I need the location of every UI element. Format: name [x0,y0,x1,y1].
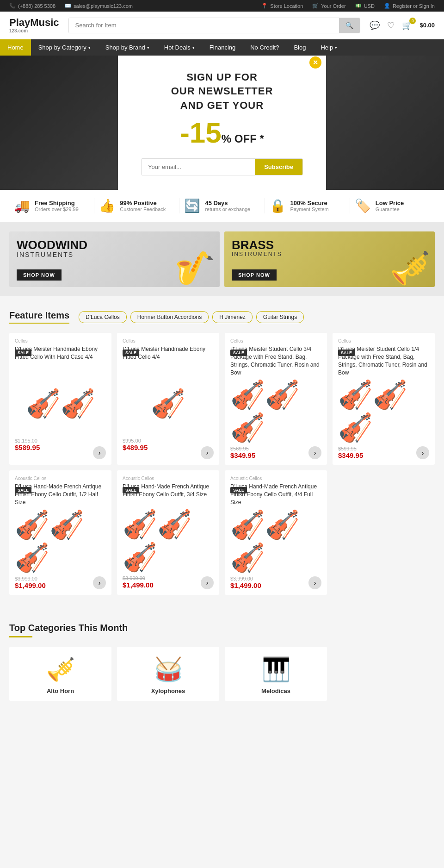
search-input[interactable] [69,18,339,33]
currency-selector[interactable]: 💵 USD [355,3,375,9]
product-name: D'Luca Meister Handmade Ebony Fitted Cel… [123,345,214,368]
brass-shop-now-button[interactable]: SHOP NOW [232,269,277,281]
newsletter-email-input[interactable] [142,159,255,175]
nav-hot-deals[interactable]: Hot Deals ▾ [157,39,202,56]
chat-icon[interactable]: 💬 [370,20,380,31]
feature-feedback-subtitle: Customer Feedback [120,206,166,212]
product-card: Cellos D'Luca Meister Handmade Ebony Fit… [117,333,219,465]
logo[interactable]: PlayMusic 123.com [9,17,59,33]
nav-shop-category[interactable]: Shop by Category ▾ [31,39,98,56]
product-category: Acoustic Cellos [123,476,214,481]
featured-title: Feature Items [9,310,69,324]
brass-banner[interactable]: BRASS INSTRUMENTS SHOP NOW 🎺 [224,231,435,287]
add-to-cart-button[interactable]: › [201,446,214,459]
price-old: $569.95 [230,446,321,451]
category-alto-horn[interactable]: 🎺 Alto Horn [9,647,111,701]
xylophone-label: Xylophones [122,687,215,694]
your-order-link[interactable]: 🛒 Your Order [312,3,345,9]
tab-guitar-strings[interactable]: Guitar Strings [256,311,304,323]
product-name: D'Luca Hand-Made French Antique Finish E… [123,483,214,506]
price-old: $599.95 [338,446,429,451]
alto-horn-icon: 🎺 [14,656,107,683]
hero-section: ✕ SIGN UP FOROUR NEWSLETTERAND GET YOUR … [0,56,444,190]
category-placeholder [333,647,435,701]
product-category: Cellos [230,338,321,343]
featured-tabs: D'Luca Cellos Honner Button Accordions H… [79,311,304,323]
woodwind-title: WOODWIND [17,239,87,251]
sale-badge: SALE [338,350,355,356]
tab-h-jimenez[interactable]: H Jimenez [212,311,253,323]
modal-close-button[interactable]: ✕ [309,56,321,69]
search-button[interactable]: 🔍 [339,18,360,33]
add-to-cart-button[interactable]: › [93,576,106,589]
product-image: 🎻🎻🎻 [123,511,214,571]
categories-grid: 🎺 Alto Horn 🥁 Xylophones 🎹 Melodicas [9,647,435,701]
header: PlayMusic 123.com 🔍 💬 ♡ 🛒 0 $0.00 [0,12,444,39]
feature-returns-subtitle: returns or exchange [205,206,250,212]
price-new: $589.95 [15,443,106,451]
woodwind-subtitle: INSTRUMENTS [17,251,87,258]
product-name: D'Luca Meister Handmade Ebony Fitted Cel… [15,345,106,368]
woodwind-banner[interactable]: WOODWIND INSTRUMENTS SHOP NOW 🎷 [9,231,220,287]
feature-price-subtitle: Guarantee [376,206,404,212]
newsletter-suffix: % OFF * [222,132,264,145]
brass-subtitle: INSTRUMENTS [232,251,282,257]
nav-no-credit[interactable]: No Credit? [243,39,286,56]
product-category: Cellos [123,338,214,343]
features-bar: 🚚 Free Shipping Orders over $29.99 👍 99%… [0,190,444,222]
feature-feedback-title: 99% Positive [120,200,166,206]
nav-help[interactable]: Help ▾ [313,39,345,56]
nav-blog[interactable]: Blog [286,39,313,56]
nav-home[interactable]: Home [0,39,31,56]
price-new: $1,499.00 [123,581,214,589]
add-to-cart-button[interactable]: › [93,446,106,459]
tab-dluca-cellos[interactable]: D'Luca Cellos [79,311,127,323]
product-name: D'Luca Hand-Made French Antique Finish E… [230,483,321,506]
sale-badge: SALE [123,350,139,356]
newsletter-subscribe-button[interactable]: Subscribe [255,159,302,175]
feature-secure-subtitle: Payment System [290,206,329,212]
header-icons: 💬 ♡ 🛒 0 $0.00 [370,20,435,31]
shipping-icon: 🚚 [14,198,30,213]
feature-shipping-title: Free Shipping [35,200,79,206]
category-melodicas[interactable]: 🎹 Melodicas [225,647,327,701]
wishlist-icon[interactable]: ♡ [387,20,395,31]
nav-financing[interactable]: Financing [202,39,243,56]
sale-badge: SALE [230,350,247,356]
melodica-icon: 🎹 [229,656,322,683]
price-new: $349.95 [338,451,429,459]
register-link[interactable]: 👤 Register or Sign In [384,3,435,9]
price-old: $3,999.00 [123,575,214,581]
product-card: Cellos D'Luca Meister Student Cello 3/4 … [225,333,327,465]
newsletter-title: SIGN UP FOROUR NEWSLETTERAND GET YOUR [141,70,303,113]
product-image: 🎻🎻 [15,373,106,433]
sale-badge: SALE [123,487,139,493]
xylophone-icon: 🥁 [122,656,215,683]
product-image: 🎻🎻🎻 [230,511,321,571]
feature-feedback: 👍 99% Positive Customer Feedback [94,198,179,213]
melodica-label: Melodicas [229,687,322,694]
add-to-cart-button[interactable]: › [201,576,214,589]
price-new: $489.95 [123,443,214,451]
product-card: Cellos D'Luca Meister Student Cello 1/4 … [333,333,435,465]
store-location-link[interactable]: 📍 Store Location [261,3,303,9]
price-old: $1,195.00 [15,438,106,443]
product-image: 🎻🎻🎻 [230,381,321,441]
main-nav: Home Shop by Category ▾ Shop by Brand ▾ … [0,39,444,56]
cart-icon[interactable]: 🛒 0 [402,20,412,31]
price-old: $995.00 [123,438,214,443]
sale-badge: SALE [15,350,31,356]
feature-price: 🏷️ Low Price Guarantee [350,198,435,213]
product-category: Acoustic Cellos [230,476,321,481]
price-old: $3,999.00 [230,576,321,581]
modal-overlay: ✕ SIGN UP FOROUR NEWSLETTERAND GET YOUR … [0,56,444,190]
price-new: $1,499.00 [230,581,321,589]
tab-honner[interactable]: Honner Button Accordions [130,311,209,323]
product-card: Cellos D'Luca Meister Handmade Ebony Fit… [9,333,111,465]
nav-shop-brand[interactable]: Shop by Brand ▾ [98,39,157,56]
feature-secure: 🔒 100% Secure Payment System [265,198,350,213]
sale-badge: SALE [230,487,247,493]
add-to-cart-button[interactable]: › [308,576,321,589]
category-xylophones[interactable]: 🥁 Xylophones [117,647,219,701]
woodwind-shop-now-button[interactable]: SHOP NOW [17,269,62,281]
